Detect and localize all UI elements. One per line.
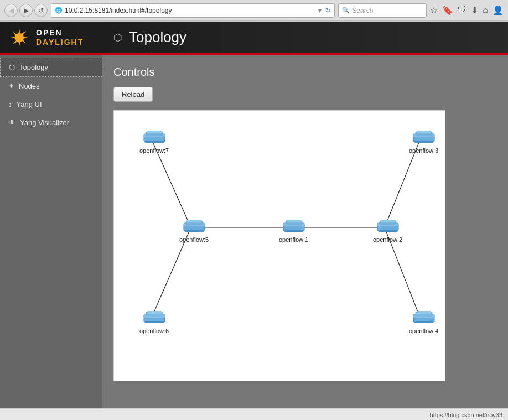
- svg-rect-42: [145, 321, 164, 323]
- sidebar-item-nodes[interactable]: ✦ Nodes: [0, 77, 102, 95]
- shield-icon[interactable]: 🛡: [458, 5, 466, 15]
- app-header: OPEN DAYLIGHT ⬡ Topology: [0, 22, 508, 55]
- svg-rect-47: [414, 321, 433, 323]
- topology-canvas[interactable]: openflow:7 openflow:3: [113, 110, 445, 381]
- switch-icon-5: [183, 219, 206, 236]
- star-icon[interactable]: ☆: [430, 5, 438, 15]
- node-openflow2-label: openflow:2: [373, 236, 402, 243]
- svg-marker-5: [13, 31, 17, 36]
- svg-rect-49: [417, 311, 431, 314]
- svg-marker-7: [21, 31, 26, 35]
- yang-ui-nav-icon: ↕: [8, 100, 12, 108]
- node-openflow7[interactable]: openflow:7: [139, 129, 169, 154]
- browser-search-bar[interactable]: 🔍 Search: [338, 3, 427, 18]
- svg-marker-1: [18, 29, 20, 34]
- svg-marker-8: [13, 40, 18, 44]
- sidebar-item-yang-vis-label: Yang Visualizer: [20, 118, 69, 127]
- sidebar-item-nodes-label: Nodes: [19, 82, 40, 90]
- sidebar-item-topology[interactable]: ⬡ Topology: [0, 58, 102, 77]
- logo-text: OPEN DAYLIGHT: [36, 28, 84, 47]
- forward-button[interactable]: ▶: [19, 4, 33, 17]
- search-placeholder: Search: [352, 7, 373, 14]
- node-openflow4-label: openflow:4: [409, 328, 438, 334]
- toolbar-icons: ☆ 🔖 🛡 ⬇ ⌂ 👤: [430, 5, 504, 15]
- back-button[interactable]: ◀: [4, 4, 18, 17]
- refresh-icon[interactable]: ↻: [325, 6, 331, 14]
- svg-rect-32: [284, 230, 303, 232]
- logo-area: OPEN DAYLIGHT: [0, 27, 102, 49]
- globe-icon: 🌐: [55, 7, 63, 14]
- user-icon[interactable]: 👤: [493, 5, 504, 15]
- switch-icon-3: [412, 129, 436, 147]
- status-url: https://blog.csdn.net/iroy33: [430, 412, 502, 418]
- bookmark-icon[interactable]: 🔖: [442, 5, 453, 15]
- svg-rect-17: [145, 141, 164, 143]
- switch-icon-4: [412, 310, 436, 328]
- node-openflow5-label: openflow:5: [179, 236, 209, 243]
- topology-nav-icon: ⬡: [9, 63, 15, 71]
- address-bar[interactable]: 🌐 10.0.2.15:8181/index.html#/topology ▼ …: [51, 3, 335, 18]
- sidebar-item-yang-ui[interactable]: ↕ Yang UI: [0, 95, 102, 113]
- reload-button[interactable]: Reload: [113, 87, 153, 102]
- sidebar-item-yang-visualizer[interactable]: 👁 Yang Visualizer: [0, 113, 102, 132]
- node-openflow2[interactable]: openflow:2: [373, 219, 402, 243]
- nav-buttons: ◀ ▶ ↺: [4, 4, 48, 17]
- svg-marker-6: [22, 39, 26, 44]
- node-openflow7-label: openflow:7: [139, 147, 169, 154]
- svg-rect-44: [147, 311, 162, 314]
- logo-svg: [8, 27, 30, 49]
- page-title: Topology: [129, 29, 186, 46]
- content-area: Controls Reload: [102, 55, 508, 408]
- svg-rect-37: [379, 230, 397, 232]
- svg-marker-4: [23, 37, 28, 39]
- switch-icon-2: [376, 219, 400, 236]
- node-openflow3[interactable]: openflow:3: [409, 129, 438, 154]
- main-layout: ⬡ Topology ✦ Nodes ↕ Yang UI 👁 Yang Visu…: [0, 55, 508, 408]
- switch-icon-6: [143, 310, 166, 328]
- app-wrapper: OPEN DAYLIGHT ⬡ Topology ⬡ Topology ✦ No…: [0, 22, 508, 420]
- yang-vis-nav-icon: 👁: [8, 118, 15, 127]
- header-title-area: ⬡ Topology: [102, 29, 186, 46]
- switch-icon-1: [282, 219, 305, 236]
- svg-rect-24: [417, 131, 431, 133]
- node-openflow1[interactable]: openflow:1: [279, 219, 308, 243]
- sidebar-item-yang-ui-label: Yang UI: [17, 100, 42, 108]
- node-openflow6[interactable]: openflow:6: [139, 310, 169, 334]
- switch-icon-7: [143, 129, 166, 147]
- svg-rect-19: [147, 131, 162, 133]
- dropdown-icon: ▼: [317, 7, 323, 14]
- node-openflow4[interactable]: openflow:4: [409, 310, 438, 334]
- node-openflow6-label: openflow:6: [139, 328, 169, 334]
- svg-marker-3: [11, 37, 16, 39]
- nodes-nav-icon: ✦: [8, 82, 14, 90]
- svg-rect-39: [381, 220, 395, 222]
- node-openflow3-label: openflow:3: [409, 147, 438, 154]
- logo-open: OPEN: [36, 28, 84, 38]
- search-icon: 🔍: [342, 7, 350, 14]
- reload-browser-button[interactable]: ↺: [34, 4, 48, 17]
- download-icon[interactable]: ⬇: [471, 5, 478, 15]
- svg-rect-22: [414, 141, 433, 143]
- svg-rect-27: [185, 230, 204, 232]
- browser-toolbar: ◀ ▶ ↺ 🌐 10.0.2.15:8181/index.html#/topol…: [0, 0, 508, 21]
- node-openflow5[interactable]: openflow:5: [179, 219, 209, 243]
- svg-rect-29: [187, 220, 201, 222]
- svg-marker-2: [18, 41, 20, 46]
- sidebar-item-topology-label: Topology: [19, 63, 48, 71]
- svg-rect-34: [287, 220, 301, 222]
- status-bar: https://blog.csdn.net/iroy33: [0, 408, 508, 420]
- controls-title: Controls: [113, 66, 497, 79]
- topology-icon: ⬡: [113, 32, 122, 44]
- node-openflow1-label: openflow:1: [279, 236, 308, 243]
- sidebar: ⬡ Topology ✦ Nodes ↕ Yang UI 👁 Yang Visu…: [0, 55, 102, 408]
- home-icon[interactable]: ⌂: [483, 5, 488, 15]
- address-text: 10.0.2.15:8181/index.html#/topology: [65, 7, 172, 14]
- logo-daylight: DAYLIGHT: [36, 38, 84, 47]
- browser-chrome: ◀ ▶ ↺ 🌐 10.0.2.15:8181/index.html#/topol…: [0, 0, 508, 22]
